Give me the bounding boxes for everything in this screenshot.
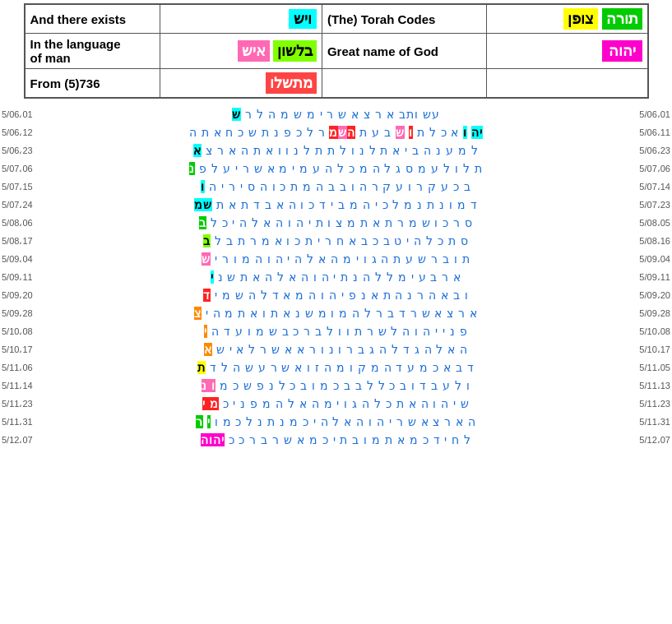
ref-right-15: 5/11،05 xyxy=(614,363,672,373)
ref-right-5: 5/07،14 xyxy=(614,182,672,192)
row3-col1: From (5)736 xyxy=(25,69,160,99)
hebrew-line-12: א ר צ א ש ר ד ב ר ל ה מ ו מ ש נ א ת ו א … xyxy=(58,307,614,320)
hebrew-line-10: א ר ב ע י מ ל ל ה נ ת י ה ו ה א ל ה א ת … xyxy=(58,270,614,284)
code-row-9: 5/09،04 ת ו ב ר ש ע ת ה ג ו י מ ה א ל ה … xyxy=(0,250,672,268)
hebrew-yesh: ויש xyxy=(289,9,317,29)
code-row-17: 5/11،23 ש י ה ו ה א ת כ ל ה ג ו י מ ה א … xyxy=(0,395,672,413)
ref-left-17: 5/11،23 xyxy=(0,399,58,409)
row2-col4: יהוה xyxy=(486,34,647,69)
ref-right-12: 5/09،28 xyxy=(614,308,672,319)
code-row-4: 5/07،06 ת ל ו ל ע מ ס ג ל ה מ כ ל ה ע מ … xyxy=(0,159,672,178)
ref-right-7: 5/08،05 xyxy=(614,218,672,229)
hebrew-line-19: ל ח י ד כ מ א ת מ ו ב ת י כ מ א ש ר ב ר … xyxy=(58,433,614,446)
yhvh-word: יהוה xyxy=(602,40,642,62)
row1-col3: (The) Torah Codes xyxy=(322,4,486,34)
hebrew-line-15: ד ב א כ מ ע ד ה מ ק ו מ ה ז ו א ש ר ע ש … xyxy=(58,361,614,374)
row1-col4: תורה צופן xyxy=(486,4,647,34)
row3-col2: מתשלו xyxy=(160,69,322,99)
hebrew-line-2: יה ו א כ ל ת ו ש ב ע ת השמ ר ל כ פ נ ת ש… xyxy=(58,126,614,139)
hebrew-line-17: ש י ה ו ה א ת כ ל ה ג ו י מ ה א ל ה מ פ … xyxy=(58,397,614,410)
ref-left-2: 5/06،12 xyxy=(0,127,58,138)
row1-col1: And there exists xyxy=(25,4,160,34)
ref-left-13: 5/10،08 xyxy=(0,326,58,337)
ref-left-14: 5/10،17 xyxy=(0,344,58,355)
table-row-1: And there exists ויש (The) Torah Codes ת… xyxy=(25,4,648,34)
ref-right-14: 5/10،17 xyxy=(614,344,672,355)
ref-right-1: 5/06،01 xyxy=(614,109,672,120)
ref-right-3: 5/06،23 xyxy=(614,146,672,156)
row2-col1: In the languageof man xyxy=(25,34,160,69)
ref-right-6: 5/07،23 xyxy=(614,200,672,210)
code-row-10: 5/09،11 א ר ב ע י מ ל ל ה נ ת י ה ו ה א … xyxy=(0,268,672,286)
ref-left-6: 5/07،24 xyxy=(0,200,58,210)
ref-right-17: 5/11،23 xyxy=(614,399,672,409)
hebrew-line-11: ו ב א ה ר נ ה ת א נ פ י ה ו ה מ א ד ל ה … xyxy=(58,289,614,302)
ref-left-9: 5/09،04 xyxy=(0,254,58,265)
ref-left-18: 5/11،31 xyxy=(0,417,58,428)
hebrew-line-16: ו ל ע ב ד ו ב כ ל ל ב ב כ מ ו ב כ ל נ פ … xyxy=(58,379,614,392)
ref-left-12: 5/09،28 xyxy=(0,308,58,319)
hebrew-line-6: ד מ ו נ ת נ מ ל כ י ה מ ב י ד כ ו ה א ב … xyxy=(58,198,614,211)
ref-left-5: 5/07،15 xyxy=(0,182,58,192)
ref-right-8: 5/08،16 xyxy=(614,236,672,247)
ref-left-3: 5/06،23 xyxy=(0,146,58,156)
ref-left-1: 5/06،01 xyxy=(0,109,58,120)
code-row-16: 5/11،14 ו ל ע ב ד ו ב כ ל ל ב ב כ מ ו ב … xyxy=(0,377,672,395)
ref-left-19: 5/12،07 xyxy=(0,435,58,446)
ref-left-4: 5/07،06 xyxy=(0,164,58,174)
ref-right-19: 5/12،07 xyxy=(614,435,672,446)
tsofan-word: צופן xyxy=(563,8,598,30)
code-row-8: 5/08،17 ס ת כ ל ה י ט ב כ ב א ח ר י ת כ … xyxy=(0,232,672,250)
code-row-19: 5/12،07 ל ח י ד כ מ א ת מ ו ב ת י כ מ א … xyxy=(0,431,672,449)
row2-col2: בלשון איש xyxy=(160,34,322,69)
row1-col2: ויש xyxy=(160,4,322,34)
ish-word: איש xyxy=(238,40,270,62)
row3-col3 xyxy=(322,69,486,99)
code-row-2: 5/06،12 יה ו א כ ל ת ו ש ב ע ת השמ ר ל כ… xyxy=(0,123,672,141)
ref-left-8: 5/08،17 xyxy=(0,236,58,247)
ref-right-13: 5/10،08 xyxy=(614,326,672,337)
code-row-5: 5/07،15 ב כ ע ק ר ו ע ק ר ה ו ב ב ה מ ת … xyxy=(0,178,672,196)
ref-right-10: 5/09،11 xyxy=(614,272,672,283)
code-row-14: 5/10،17 ה א ל ה ג ד ל ה ג ב ר ו נ ו ר א … xyxy=(0,340,672,358)
main-table: And there exists ויש (The) Torah Codes ת… xyxy=(24,3,649,99)
code-row-11: 5/09،20 ו ב א ה ר נ ה ת א נ פ י ה ו ה מ … xyxy=(0,286,672,304)
code-row-6: 5/07،24 ד מ ו נ ת נ מ ל כ י ה מ ב י ד כ … xyxy=(0,196,672,214)
hebrew-line-14: ה א ל ה ג ד ל ה ג ב ר ו נ ו ר א א ש ר ל … xyxy=(58,343,614,356)
row3-col4 xyxy=(486,69,647,99)
ref-right-18: 5/11،31 xyxy=(614,417,672,428)
hebrew-line-9: ת ו ב ר ש ע ת ה ג ו י מ ה א ל ה י ה ו ה … xyxy=(58,252,614,266)
hebrew-line-18: ה א ר צ א ש ר י ה ו ה א ל ה י כ מ נ ת נ … xyxy=(58,415,614,428)
table-row-2: In the languageof man בלשון איש Great na… xyxy=(25,34,648,69)
code-row-13: 5/10،08 פ נ י י ה ו ה ל ש ר ת ו ו ל ב ר … xyxy=(0,322,672,340)
table-row-3: From (5)736 מתשלו xyxy=(25,69,648,99)
ref-right-16: 5/11،13 xyxy=(614,381,672,391)
hebrew-line-7: ס ר כ ו ש מ ר ת א ת מ צ ו ת י ה ו ה א ל … xyxy=(58,216,614,229)
ref-left-11: 5/09،20 xyxy=(0,290,58,301)
code-row-18: 5/11،31 ה א ר צ א ש ר י ה ו ה א ל ה י כ … xyxy=(0,413,672,431)
codes-section: 5/06،01 עש ותב א ר צ א ש ר י מ ש מ ה ל ר… xyxy=(0,105,672,449)
code-row-7: 5/08،06 ס ר כ ו ש מ ר ת א ת מ צ ו ת י ה … xyxy=(0,214,672,232)
ref-right-2: 5/06،11 xyxy=(614,127,672,138)
ref-left-7: 5/08،06 xyxy=(0,218,58,229)
mtshlo-word: מתשלו xyxy=(266,72,317,94)
ref-left-15: 5/11،06 xyxy=(0,363,58,373)
belshon-word: בלשון xyxy=(273,40,317,62)
hebrew-line-4: ת ל ו ל ע מ ס ג ל ה מ כ ל ה ע מ י מ א ש … xyxy=(58,162,614,175)
ref-right-4: 5/07،06 xyxy=(614,164,672,174)
code-row-12: 5/09،28 א ר צ א ש ר ד ב ר ל ה מ ו מ ש נ … xyxy=(0,304,672,322)
code-row-3: 5/06،23 ל מ ע נ ה ב י א ת ל נ ו ל ת ת ל … xyxy=(0,141,672,159)
hebrew-line-1: עש ותב א ר צ א ש ר י מ ש מ ה ל ר ש xyxy=(58,108,614,121)
hebrew-line-13: פ נ י י ה ו ה ל ש ר ת ו ו ל ב ר כ ב ש מ … xyxy=(58,325,614,338)
torah-word: תורה xyxy=(602,8,642,30)
hebrew-line-5: ב כ ע ק ר ו ע ק ר ה ו ב ב ה מ ת כ ו ה ס … xyxy=(58,180,614,193)
row2-col3: Great name of God xyxy=(322,34,486,69)
ref-left-10: 5/09،11 xyxy=(0,272,58,283)
hebrew-line-8: ס ת כ ל ה י ט ב כ ב א ח ר י ת כ ו א מ ר … xyxy=(58,234,614,247)
ref-right-11: 5/09،20 xyxy=(614,290,672,301)
code-row-1: 5/06،01 עש ותב א ר צ א ש ר י מ ש מ ה ל ר… xyxy=(0,105,672,123)
ref-right-9: 5/09،04 xyxy=(614,254,672,265)
code-row-15: 5/11،06 ד ב א כ מ ע ד ה מ ק ו מ ה ז ו א … xyxy=(0,358,672,377)
hebrew-line-3: ל מ ע נ ה ב י א ת ל נ ו ל ת ת ל נ ו ו א … xyxy=(58,144,614,157)
ref-left-16: 5/11،14 xyxy=(0,381,58,391)
